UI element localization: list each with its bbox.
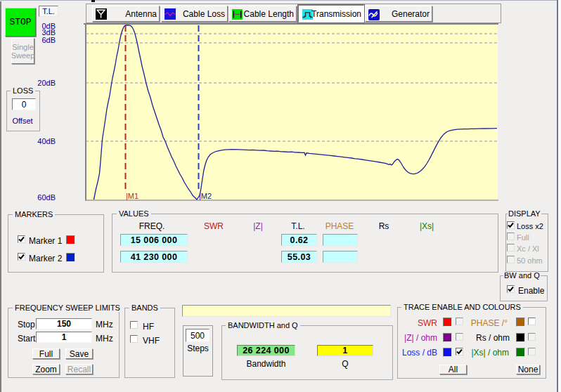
svg-text:|M1: |M1 (126, 192, 138, 200)
svg-text:|M2: |M2 (199, 192, 212, 200)
